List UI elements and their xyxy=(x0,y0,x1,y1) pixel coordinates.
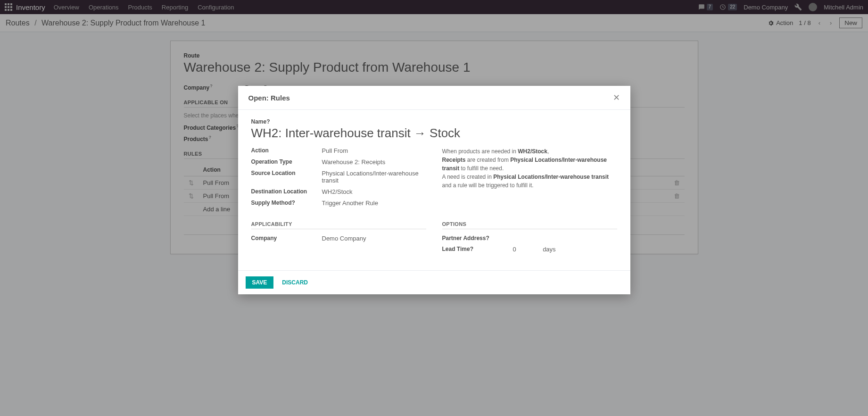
destination-location-label: Destination Location xyxy=(251,188,322,195)
action-value[interactable]: Pull From xyxy=(322,147,426,154)
rules-modal: Open: Rules ✕ Name? WH2: Inter-warehouse… xyxy=(238,86,630,263)
source-location-label: Source Location xyxy=(251,170,322,184)
modal-company-label: Company xyxy=(251,235,322,242)
close-icon[interactable]: ✕ xyxy=(613,92,620,103)
action-label: Action xyxy=(251,147,322,154)
lead-time-value[interactable]: 0 days xyxy=(513,246,617,253)
destination-location-value[interactable]: WH2/Stock xyxy=(322,188,426,195)
rule-explanation: When products are needed in WH2/Stock, R… xyxy=(442,147,617,190)
lead-time-label: Lead Time? xyxy=(442,246,513,253)
help-icon[interactable]: ? xyxy=(266,118,270,125)
modal-title: Open: Rules xyxy=(248,94,290,102)
source-location-value[interactable]: Physical Locations/Inter-warehouse trans… xyxy=(322,170,426,184)
modal-company-value[interactable]: Demo Company xyxy=(322,235,426,242)
operation-type-label: Operation Type xyxy=(251,158,322,166)
partner-address-value[interactable] xyxy=(513,235,617,241)
help-icon[interactable]: ? xyxy=(486,235,489,241)
applicability-header: APPLICABILITY xyxy=(251,221,426,229)
partner-address-label: Partner Address? xyxy=(442,235,513,241)
rule-name[interactable]: WH2: Inter-warehouse transit → Stock xyxy=(251,126,617,141)
operation-type-value[interactable]: Warehouse 2: Receipts xyxy=(322,158,426,166)
name-field-label: Name? xyxy=(251,118,617,125)
supply-method-label: Supply Method? xyxy=(251,200,322,207)
help-icon[interactable]: ? xyxy=(470,246,473,252)
supply-method-value[interactable]: Trigger Another Rule xyxy=(322,200,426,207)
options-header: OPTIONS xyxy=(442,221,617,229)
modal-backdrop[interactable]: Open: Rules ✕ Name? WH2: Inter-warehouse… xyxy=(0,0,868,263)
help-icon[interactable]: ? xyxy=(292,200,295,206)
